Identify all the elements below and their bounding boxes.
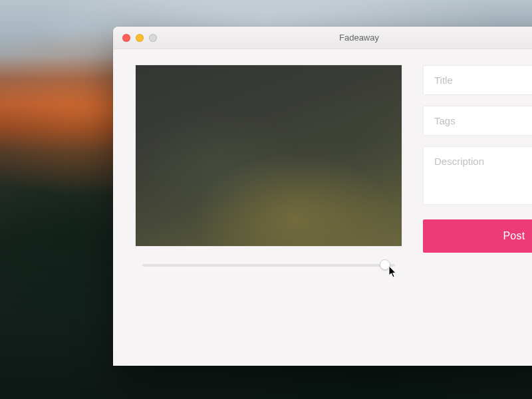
tags-field[interactable]: Tags xyxy=(423,106,532,136)
window-title: Fadeaway xyxy=(113,33,532,43)
title-placeholder: Title xyxy=(434,74,453,86)
description-field[interactable]: Description xyxy=(423,146,532,205)
tags-placeholder: Tags xyxy=(434,115,456,126)
timeline-slider[interactable] xyxy=(142,259,395,271)
image-preview[interactable] xyxy=(136,65,402,246)
slider-thumb[interactable] xyxy=(380,259,390,270)
preview-column xyxy=(136,65,402,271)
description-placeholder: Description xyxy=(434,156,484,167)
window-content: Title Tags Description Post xyxy=(113,49,532,271)
desktop-wallpaper: Fadeaway Title Tags Description xyxy=(0,0,532,399)
traffic-lights xyxy=(113,34,157,42)
close-icon[interactable] xyxy=(122,34,130,42)
form-column: Title Tags Description Post xyxy=(423,65,532,271)
app-window: Fadeaway Title Tags Description xyxy=(113,27,532,366)
maximize-icon[interactable] xyxy=(149,34,157,42)
post-button[interactable]: Post xyxy=(423,219,532,253)
titlebar[interactable]: Fadeaway xyxy=(113,27,532,49)
slider-track xyxy=(142,264,395,267)
minimize-icon[interactable] xyxy=(136,34,144,42)
title-field[interactable]: Title xyxy=(423,65,532,95)
post-button-label: Post xyxy=(503,230,525,241)
